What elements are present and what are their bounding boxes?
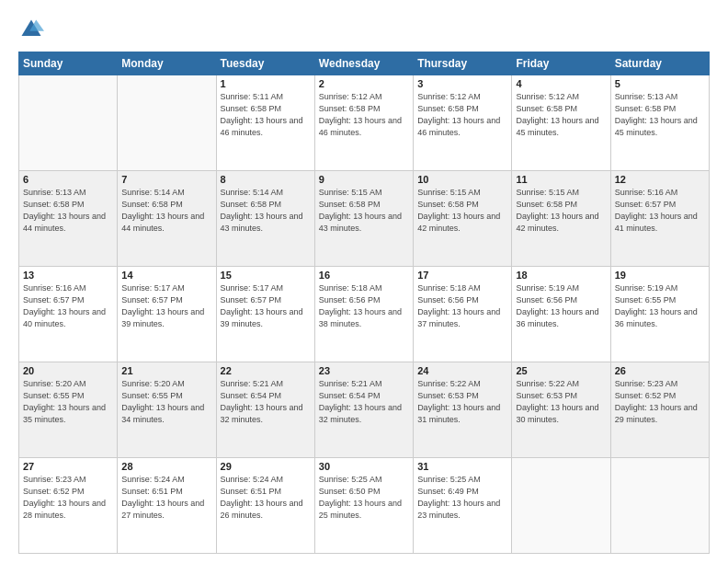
day-number: 22	[221, 365, 311, 376]
table-row: 3Sunrise: 5:12 AM Sunset: 6:58 PM Daylig…	[414, 75, 512, 171]
cell-text: Sunrise: 5:23 AM Sunset: 6:52 PM Dayligh…	[615, 378, 705, 426]
table-row	[118, 75, 216, 171]
calendar-header-row: SundayMondayTuesdayWednesdayThursdayFrid…	[19, 52, 710, 75]
table-row: 18Sunrise: 5:19 AM Sunset: 6:56 PM Dayli…	[512, 267, 610, 362]
day-number: 15	[221, 270, 311, 281]
calendar-page: SundayMondayTuesdayWednesdayThursdayFrid…	[0, 0, 728, 563]
table-row: 15Sunrise: 5:17 AM Sunset: 6:57 PM Dayli…	[216, 267, 314, 362]
cell-text: Sunrise: 5:15 AM Sunset: 6:58 PM Dayligh…	[417, 187, 507, 235]
cell-text: Sunrise: 5:23 AM Sunset: 6:52 PM Dayligh…	[23, 474, 113, 522]
cell-text: Sunrise: 5:18 AM Sunset: 6:56 PM Dayligh…	[417, 282, 507, 330]
table-row: 29Sunrise: 5:24 AM Sunset: 6:51 PM Dayli…	[216, 458, 314, 554]
day-number: 3	[417, 78, 507, 89]
table-row: 5Sunrise: 5:13 AM Sunset: 6:58 PM Daylig…	[610, 75, 709, 171]
calendar-header-tuesday: Tuesday	[216, 52, 314, 75]
day-number: 16	[319, 270, 409, 281]
day-number: 29	[221, 461, 311, 472]
calendar-week-row: 13Sunrise: 5:16 AM Sunset: 6:57 PM Dayli…	[19, 267, 710, 362]
calendar-table: SundayMondayTuesdayWednesdayThursdayFrid…	[18, 52, 710, 554]
cell-text: Sunrise: 5:17 AM Sunset: 6:57 PM Dayligh…	[121, 282, 211, 330]
day-number: 9	[319, 174, 409, 185]
day-number: 12	[615, 174, 705, 185]
day-number: 21	[121, 365, 211, 376]
cell-text: Sunrise: 5:22 AM Sunset: 6:53 PM Dayligh…	[417, 378, 507, 426]
calendar-week-row: 20Sunrise: 5:20 AM Sunset: 6:55 PM Dayli…	[19, 362, 710, 458]
table-row: 20Sunrise: 5:20 AM Sunset: 6:55 PM Dayli…	[19, 362, 118, 458]
day-number: 18	[516, 270, 606, 281]
cell-text: Sunrise: 5:14 AM Sunset: 6:58 PM Dayligh…	[121, 187, 211, 235]
table-row: 12Sunrise: 5:16 AM Sunset: 6:57 PM Dayli…	[610, 171, 709, 267]
table-row: 11Sunrise: 5:15 AM Sunset: 6:58 PM Dayli…	[512, 171, 610, 267]
table-row: 14Sunrise: 5:17 AM Sunset: 6:57 PM Dayli…	[118, 267, 216, 362]
table-row	[512, 458, 610, 554]
calendar-week-row: 6Sunrise: 5:13 AM Sunset: 6:58 PM Daylig…	[19, 171, 710, 267]
calendar-header-saturday: Saturday	[610, 52, 709, 75]
day-number: 5	[615, 78, 705, 89]
cell-text: Sunrise: 5:20 AM Sunset: 6:55 PM Dayligh…	[23, 378, 113, 426]
day-number: 11	[516, 174, 606, 185]
day-number: 1	[221, 78, 311, 89]
table-row: 17Sunrise: 5:18 AM Sunset: 6:56 PM Dayli…	[414, 267, 512, 362]
cell-text: Sunrise: 5:16 AM Sunset: 6:57 PM Dayligh…	[615, 187, 705, 235]
day-number: 17	[417, 270, 507, 281]
table-row: 10Sunrise: 5:15 AM Sunset: 6:58 PM Dayli…	[414, 171, 512, 267]
day-number: 8	[221, 174, 311, 185]
table-row: 4Sunrise: 5:12 AM Sunset: 6:58 PM Daylig…	[512, 75, 610, 171]
cell-text: Sunrise: 5:14 AM Sunset: 6:58 PM Dayligh…	[221, 187, 311, 235]
day-number: 28	[121, 461, 211, 472]
table-row: 6Sunrise: 5:13 AM Sunset: 6:58 PM Daylig…	[19, 171, 118, 267]
cell-text: Sunrise: 5:24 AM Sunset: 6:51 PM Dayligh…	[221, 474, 311, 522]
table-row: 13Sunrise: 5:16 AM Sunset: 6:57 PM Dayli…	[19, 267, 118, 362]
table-row: 1Sunrise: 5:11 AM Sunset: 6:58 PM Daylig…	[216, 75, 314, 171]
day-number: 20	[23, 365, 113, 376]
day-number: 4	[516, 78, 606, 89]
day-number: 13	[23, 270, 113, 281]
cell-text: Sunrise: 5:12 AM Sunset: 6:58 PM Dayligh…	[319, 91, 409, 139]
table-row: 8Sunrise: 5:14 AM Sunset: 6:58 PM Daylig…	[216, 171, 314, 267]
calendar-week-row: 1Sunrise: 5:11 AM Sunset: 6:58 PM Daylig…	[19, 75, 710, 171]
day-number: 14	[121, 270, 211, 281]
table-row: 9Sunrise: 5:15 AM Sunset: 6:58 PM Daylig…	[314, 171, 413, 267]
day-number: 6	[23, 174, 113, 185]
day-number: 19	[615, 270, 705, 281]
table-row: 2Sunrise: 5:12 AM Sunset: 6:58 PM Daylig…	[314, 75, 413, 171]
day-number: 2	[319, 78, 409, 89]
table-row	[610, 458, 709, 554]
logo	[18, 17, 48, 42]
table-row: 23Sunrise: 5:21 AM Sunset: 6:54 PM Dayli…	[314, 362, 413, 458]
table-row: 28Sunrise: 5:24 AM Sunset: 6:51 PM Dayli…	[118, 458, 216, 554]
cell-text: Sunrise: 5:21 AM Sunset: 6:54 PM Dayligh…	[319, 378, 409, 426]
cell-text: Sunrise: 5:15 AM Sunset: 6:58 PM Dayligh…	[319, 187, 409, 235]
day-number: 26	[615, 365, 705, 376]
day-number: 30	[319, 461, 409, 472]
table-row	[19, 75, 118, 171]
table-row: 16Sunrise: 5:18 AM Sunset: 6:56 PM Dayli…	[314, 267, 413, 362]
cell-text: Sunrise: 5:19 AM Sunset: 6:56 PM Dayligh…	[516, 282, 606, 330]
calendar-header-wednesday: Wednesday	[314, 52, 413, 75]
table-row: 27Sunrise: 5:23 AM Sunset: 6:52 PM Dayli…	[19, 458, 118, 554]
day-number: 23	[319, 365, 409, 376]
cell-text: Sunrise: 5:20 AM Sunset: 6:55 PM Dayligh…	[121, 378, 211, 426]
cell-text: Sunrise: 5:22 AM Sunset: 6:53 PM Dayligh…	[516, 378, 606, 426]
table-row: 19Sunrise: 5:19 AM Sunset: 6:55 PM Dayli…	[610, 267, 709, 362]
table-row: 22Sunrise: 5:21 AM Sunset: 6:54 PM Dayli…	[216, 362, 314, 458]
day-number: 10	[417, 174, 507, 185]
day-number: 7	[121, 174, 211, 185]
calendar-header-monday: Monday	[118, 52, 216, 75]
day-number: 31	[417, 461, 507, 472]
cell-text: Sunrise: 5:24 AM Sunset: 6:51 PM Dayligh…	[121, 474, 211, 522]
cell-text: Sunrise: 5:16 AM Sunset: 6:57 PM Dayligh…	[23, 282, 113, 330]
day-number: 27	[23, 461, 113, 472]
cell-text: Sunrise: 5:11 AM Sunset: 6:58 PM Dayligh…	[221, 91, 311, 139]
cell-text: Sunrise: 5:17 AM Sunset: 6:57 PM Dayligh…	[221, 282, 311, 330]
table-row: 31Sunrise: 5:25 AM Sunset: 6:49 PM Dayli…	[414, 458, 512, 554]
cell-text: Sunrise: 5:13 AM Sunset: 6:58 PM Dayligh…	[23, 187, 113, 235]
table-row: 21Sunrise: 5:20 AM Sunset: 6:55 PM Dayli…	[118, 362, 216, 458]
calendar-week-row: 27Sunrise: 5:23 AM Sunset: 6:52 PM Dayli…	[19, 458, 710, 554]
cell-text: Sunrise: 5:25 AM Sunset: 6:49 PM Dayligh…	[417, 474, 507, 522]
table-row: 25Sunrise: 5:22 AM Sunset: 6:53 PM Dayli…	[512, 362, 610, 458]
header	[18, 17, 710, 42]
day-number: 25	[516, 365, 606, 376]
logo-icon	[18, 17, 44, 42]
calendar-header-thursday: Thursday	[414, 52, 512, 75]
